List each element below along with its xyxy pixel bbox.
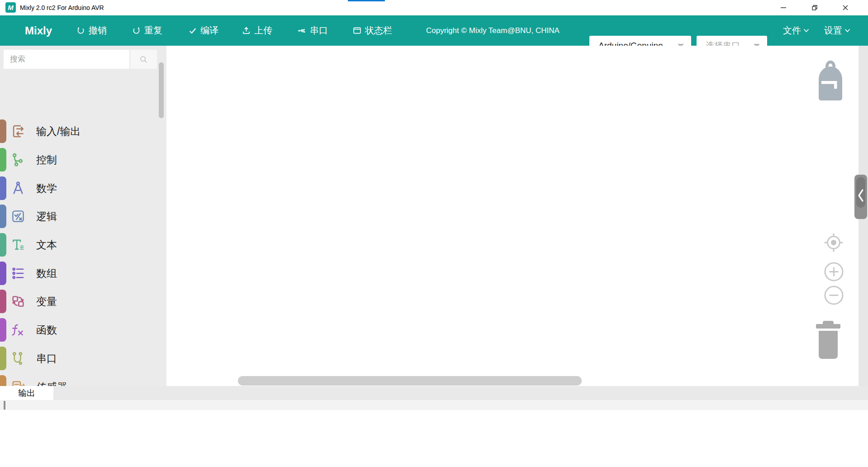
- category-color-bar: [0, 233, 6, 257]
- category-label: 函数: [36, 316, 57, 344]
- sidebar-item-text[interactable]: 文本: [0, 231, 166, 259]
- restore-icon: [811, 4, 818, 11]
- chevron-down-icon: [844, 29, 850, 33]
- chevron-down-icon: [803, 29, 809, 33]
- zoom-out-icon: [824, 286, 844, 305]
- center-focus-button[interactable]: [823, 232, 844, 255]
- zoom-in-icon: [824, 262, 844, 281]
- statusbar-label: 状态栏: [365, 24, 392, 37]
- trash-icon: [813, 318, 843, 362]
- input-output-icon: [10, 124, 26, 139]
- sidebar-item-input-output[interactable]: 输入/输出: [0, 117, 166, 145]
- menu-file[interactable]: 文件: [783, 15, 809, 46]
- main-toolbar: Mixly 撤销 重复 编译: [0, 15, 868, 46]
- tab-output[interactable]: 输出: [0, 386, 53, 400]
- menu-file-label: 文件: [783, 24, 801, 37]
- category-label: 数组: [36, 259, 57, 287]
- upload-label: 上传: [254, 24, 272, 37]
- category-label: 逻辑: [36, 202, 57, 230]
- backpack-icon: [816, 60, 845, 103]
- sidebar-item-control[interactable]: 控制: [0, 146, 166, 174]
- serial-label: 串口: [310, 24, 328, 37]
- category-color-bar: [0, 262, 6, 285]
- zoom-out-button[interactable]: [824, 286, 844, 307]
- control-branch-icon: [10, 152, 26, 167]
- app-logo-icon: M: [5, 2, 16, 13]
- logic-check-icon: [10, 209, 26, 224]
- loading-indicator: [348, 0, 385, 1]
- center-focus-icon: [823, 232, 844, 253]
- search-button[interactable]: [130, 50, 157, 69]
- redo-icon: [132, 26, 141, 35]
- category-label: 输入/输出: [36, 117, 81, 145]
- usb-serial-icon: [297, 26, 307, 36]
- console-tabstrip: 输出: [0, 386, 868, 400]
- menu-settings-label: 设置: [824, 24, 842, 37]
- minimize-icon: [780, 5, 787, 11]
- menu-settings[interactable]: 设置: [824, 15, 850, 46]
- math-compass-icon: [10, 181, 26, 196]
- compile-check-icon: [188, 26, 197, 35]
- window-title: Mixly 2.0 rc2 For Arduino AVR: [20, 0, 104, 15]
- workspace-horizontal-scrollbar[interactable]: [238, 376, 582, 386]
- mixly-window: M Mixly 2.0 rc2 For Arduino AVR Mixly 撤销: [0, 0, 868, 467]
- category-color-bar: [0, 205, 6, 228]
- sidebar-item-function[interactable]: 函数: [0, 316, 166, 344]
- serial-cable-icon: [10, 351, 26, 366]
- compile-label: 编译: [200, 24, 218, 37]
- sidebar-item-variable[interactable]: 变量: [0, 287, 166, 315]
- category-color-bar: [0, 148, 6, 172]
- collapse-panel-icon: [857, 189, 864, 202]
- category-color-bar: [0, 176, 6, 200]
- compile-button[interactable]: 编译: [188, 15, 218, 46]
- backpack-button[interactable]: [816, 60, 845, 105]
- category-label: 数学: [36, 174, 57, 202]
- search-icon: [139, 55, 148, 64]
- console-scroll-band: [0, 400, 868, 410]
- category-label: 控制: [36, 146, 57, 174]
- category-label: 串口: [36, 344, 57, 372]
- category-color-bar: [0, 290, 6, 313]
- redo-label: 重复: [144, 24, 162, 37]
- zoom-in-button[interactable]: [824, 262, 844, 283]
- sidebar-item-array[interactable]: 数组: [0, 259, 166, 287]
- sidebar-item-serial[interactable]: 串口: [0, 344, 166, 372]
- copyright-text: Copyright © Mixly Team@BNU, CHINA: [426, 15, 560, 46]
- minimize-button[interactable]: [775, 0, 792, 15]
- undo-icon: [76, 26, 85, 35]
- close-icon: [842, 5, 849, 11]
- title-bar: M Mixly 2.0 rc2 For Arduino AVR: [0, 0, 868, 15]
- serial-button[interactable]: 串口: [297, 15, 328, 46]
- redo-button[interactable]: 重复: [132, 15, 162, 46]
- search-input[interactable]: [4, 50, 129, 69]
- statusbar-icon: [352, 26, 362, 35]
- category-color-bar: [0, 119, 6, 143]
- console-cursor: [4, 401, 5, 410]
- sidebar-item-logic[interactable]: 逻辑: [0, 202, 166, 230]
- output-console[interactable]: [0, 400, 868, 467]
- category-color-bar: [0, 347, 6, 370]
- undo-button[interactable]: 撤销: [76, 15, 107, 46]
- collapse-panel-handle[interactable]: [854, 175, 867, 219]
- trash-button[interactable]: [813, 318, 843, 363]
- upload-icon: [242, 26, 251, 35]
- sidebar-item-math[interactable]: 数学: [0, 174, 166, 202]
- blockly-workspace[interactable]: [166, 46, 859, 386]
- array-list-icon: [10, 266, 26, 281]
- statusbar-button[interactable]: 状态栏: [352, 15, 392, 46]
- category-label: 文本: [36, 231, 57, 259]
- text-icon: [10, 237, 26, 253]
- category-label: 变量: [36, 287, 57, 315]
- brand-label: Mixly: [25, 15, 52, 46]
- sidebar-scrollbar[interactable]: [159, 62, 164, 118]
- restore-button[interactable]: [806, 0, 823, 15]
- upload-button[interactable]: 上传: [242, 15, 272, 46]
- undo-label: 撤销: [89, 24, 107, 37]
- block-category-sidebar: 输入/输出 控制: [0, 46, 166, 386]
- close-button[interactable]: [837, 0, 854, 15]
- function-fx-icon: [10, 322, 26, 338]
- category-color-bar: [0, 318, 6, 342]
- variable-swap-icon: [10, 294, 26, 309]
